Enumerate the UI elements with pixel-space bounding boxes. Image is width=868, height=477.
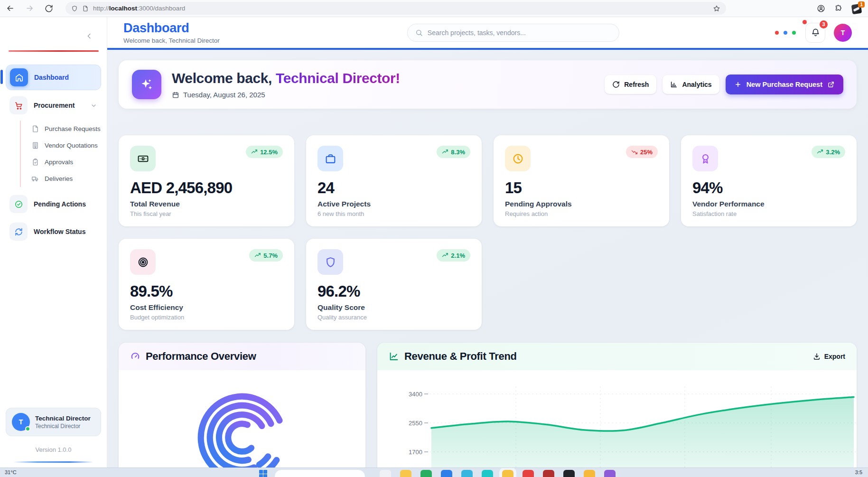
arrow-right-icon [25,4,34,13]
taskbar-file-explorer[interactable] [400,470,411,477]
taskbar-app-black[interactable] [563,470,575,477]
sidebar-item-dashboard[interactable]: Dashboard [6,65,101,90]
taskbar-weather[interactable]: 31°C [5,469,17,475]
brand-accent-line [9,50,99,52]
browser-back-button[interactable] [6,4,15,13]
taskbar-app-darkred[interactable] [543,470,554,477]
sidebar-item-approvals[interactable]: Approvals [21,154,101,170]
home-icon-box [10,68,28,86]
taskbar-app-blue[interactable] [441,470,452,477]
sidebar-item-workflow-status[interactable]: Workflow Status [6,219,101,244]
line-chart-icon [389,351,399,362]
sidebar: DashboardProcurementPurchase RequestsVen… [0,17,107,468]
file-icon [31,125,39,133]
refresh-icon [612,81,620,88]
stat-value: AED 2,456,890 [130,179,283,197]
performance-logo [192,387,292,468]
sparkles-icon [132,70,161,99]
search-input[interactable] [428,29,611,37]
download-icon [813,353,821,360]
global-search[interactable] [407,24,619,42]
address-bar[interactable]: http://localhost:3000/dashboard [65,2,726,15]
external-link-icon [827,81,835,88]
extension-button[interactable]: 1 [852,3,862,14]
shield-icon-box [317,249,343,275]
header-avatar[interactable]: T [834,24,852,42]
taskbar-app-sky[interactable] [461,470,473,477]
extensions-puzzle-icon[interactable] [834,4,843,13]
clock-icon [512,153,524,165]
stat-card-active-projects: 8.3% 24 Active Projects 6 new this month [306,135,482,226]
bookmark-star-icon[interactable] [713,5,720,12]
taskbar-app-red[interactable] [523,470,534,477]
analytics-button[interactable]: Analytics [663,75,719,94]
stat-label: Cost Efficiency [130,303,283,312]
clock-icon-box [505,146,531,171]
plus-icon [734,81,742,88]
stat-sublabel: Quality assurance [317,314,470,321]
taskbar-app-amber[interactable] [584,470,595,477]
sidebar-collapse-button[interactable] [85,31,95,42]
user-role: Technical Director [35,423,91,430]
trend-down-icon [631,149,638,155]
stat-card-total-revenue: 12.5% AED 2,456,890 Total Revenue This f… [119,135,294,226]
stat-label: Active Projects [317,200,470,208]
sidebar-item-procurement[interactable]: Procurement [6,93,101,118]
calendar-icon [172,91,179,99]
browser-forward-button[interactable] [25,4,34,13]
taskbar-app-purple[interactable] [604,470,616,477]
refresh-button[interactable]: Refresh [605,75,656,94]
trend-badge: 12.5% [246,146,283,158]
award-icon [700,153,711,165]
browser-profile-icon[interactable] [817,4,825,13]
export-button[interactable]: Export [813,353,845,360]
stat-value: 15 [505,179,658,197]
sidebar-item-deliveries[interactable]: Deliveries [21,170,101,187]
trend-value: 3.2% [826,149,840,156]
taskbar-app-green[interactable] [420,470,432,477]
check-circle-icon-box [9,195,28,213]
reload-icon [45,4,53,13]
taskbar-clock[interactable]: 3:5 [855,469,862,475]
welcome-date: Tuesday, August 26, 2025 [172,91,400,99]
notification-count-badge: 3 [819,19,829,29]
welcome-banner: Welcome back, Technical Director! Tuesda… [119,60,857,109]
sidebar-item-purchase-requests[interactable]: Purchase Requests [21,121,101,137]
stat-card-cost-efficiency: 5.7% 89.5% Cost Efficiency Budget optimi… [119,239,294,330]
stat-value: 94% [692,179,845,197]
taskbar-search[interactable] [274,469,365,477]
performance-title: Performance Overview [146,350,256,363]
taskbar-app-active-amber[interactable] [502,470,513,477]
browser-refresh-button[interactable] [45,4,53,13]
cart-icon [14,101,23,110]
stat-label: Pending Approvals [505,200,658,208]
windows-start-icon[interactable] [259,470,267,477]
banknote-icon-box [130,146,156,171]
welcome-title: Welcome back, Technical Director! [172,70,400,86]
stat-sublabel: Requires action [505,210,658,217]
taskbar-app-light[interactable] [380,470,391,477]
browser-chrome: http://localhost:3000/dashboard 1 [0,0,868,17]
sidebar-accent-line [13,461,93,463]
stat-value: 96.2% [317,282,470,300]
stat-sublabel: Budget optimization [130,314,283,321]
chevron-left-icon [85,32,93,40]
sparkles-glyph-icon [139,77,154,92]
status-dot [775,31,779,35]
trend-badge: 2.1% [437,249,470,262]
user-card[interactable]: T Technical Director Technical Director [6,408,101,436]
svg-text:1700: 1700 [409,449,422,456]
sidebar-item-pending-actions[interactable]: Pending Actions [6,192,101,216]
new-purchase-request-button[interactable]: New Purchase Request [726,75,843,94]
check-circle-icon [14,200,23,209]
sidebar-item-vendor-quotations[interactable]: Vendor Quotations [21,137,101,154]
sync-icon-box [9,223,28,241]
trend-badge: 3.2% [812,146,845,158]
taskbar-app-teal[interactable] [482,470,493,477]
trend-badge: 25% [626,146,658,158]
charts-row: Performance Overview [119,343,857,468]
stat-label: Total Revenue [130,200,283,208]
sidebar-subitem-label: Deliveries [45,175,73,182]
chevron-down-icon [90,102,97,109]
trend-up-icon [251,149,258,155]
